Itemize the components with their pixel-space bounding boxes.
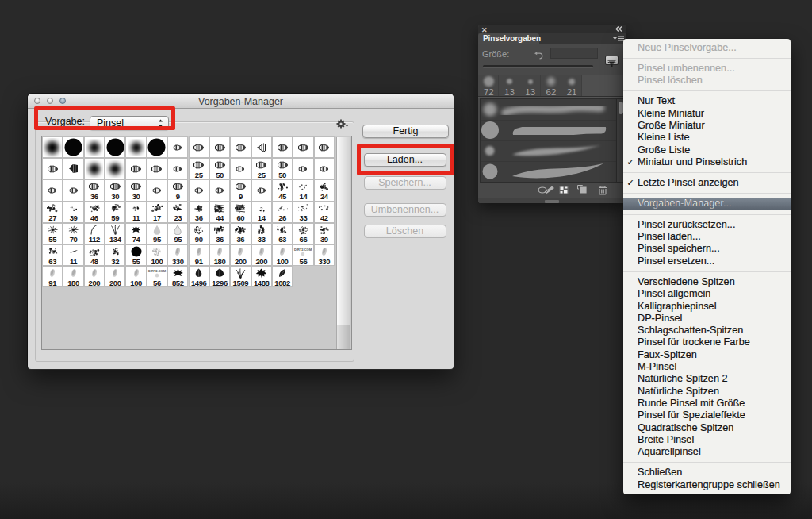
svg-text:DIRT2.COM: DIRT2.COM [148, 269, 167, 273]
svg-text:DIRT2.COM: DIRT2.COM [294, 248, 312, 252]
